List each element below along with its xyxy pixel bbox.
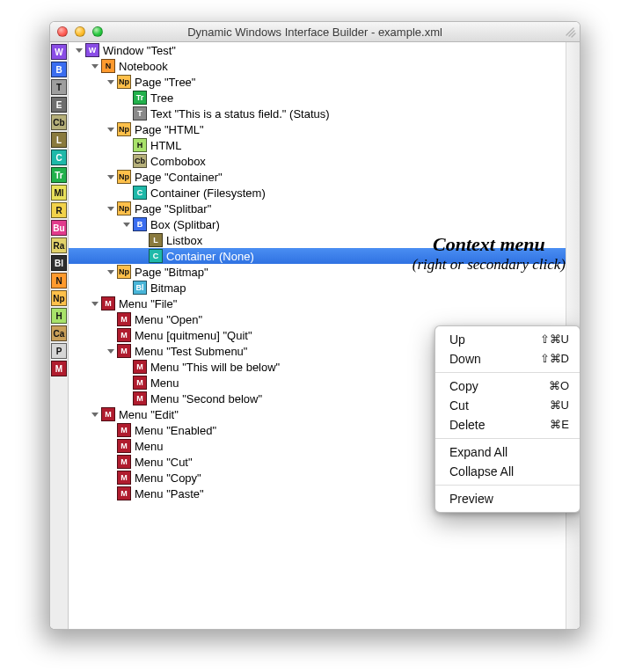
node-icon-m: M — [101, 407, 115, 421]
tree-row[interactable]: TrTree — [69, 90, 580, 106]
tree-row-label: Text "This is a status field." (Status) — [150, 107, 330, 121]
zoom-icon[interactable] — [92, 26, 103, 37]
tool-e[interactable]: E — [51, 97, 67, 113]
context-menu-item-label: Collapse All — [449, 464, 514, 478]
disclosure-icon[interactable] — [90, 298, 100, 309]
tree-row-label: Menu "Cut" — [135, 456, 193, 469]
tool-bl[interactable]: Bl — [51, 255, 67, 271]
context-menu-item-shortcut: ⌘O — [549, 379, 569, 393]
disclosure-icon[interactable] — [74, 45, 84, 55]
disclosure-icon — [121, 393, 132, 404]
disclosure-icon[interactable] — [90, 61, 100, 71]
node-icon-t: T — [133, 106, 147, 121]
tool-c[interactable]: C — [51, 150, 67, 165]
tree-row[interactable]: NNotebook — [69, 58, 580, 74]
tool-p[interactable]: P — [51, 343, 67, 359]
disclosure-icon — [121, 156, 132, 166]
tool-ca[interactable]: Ca — [51, 325, 67, 341]
tree-row-label: Menu "Second below" — [150, 392, 262, 405]
tree-row[interactable]: CContainer (Filesystem) — [69, 185, 580, 201]
node-icon-m: M — [117, 328, 131, 342]
context-menu-item[interactable]: Down⇧⌘D — [435, 349, 580, 369]
tree-row-label: Tree — [150, 91, 173, 105]
tool-bu[interactable]: Bu — [51, 220, 67, 236]
context-menu-item[interactable]: Up⇧⌘U — [435, 330, 580, 349]
node-icon-m: M — [117, 486, 131, 500]
app-window: Dynamic Windows Interface Builder - exam… — [49, 21, 581, 630]
context-menu-item[interactable]: Expand All — [435, 442, 580, 462]
disclosure-icon[interactable] — [106, 203, 116, 214]
disclosure-icon[interactable] — [106, 172, 116, 182]
tool-ml[interactable]: Ml — [51, 185, 67, 201]
close-icon[interactable] — [57, 26, 68, 37]
tool-b[interactable]: B — [51, 62, 67, 77]
context-menu-item[interactable]: Collapse All — [435, 462, 580, 481]
tree-row[interactable]: TText "This is a status field." (Status) — [69, 106, 580, 121]
context-menu[interactable]: Up⇧⌘UDown⇧⌘DCopy⌘OCut⌘UDelete⌘EExpand Al… — [434, 325, 580, 513]
tool-tr[interactable]: Tr — [51, 167, 67, 183]
tree-row-label: Menu "Enabled" — [135, 424, 216, 437]
node-icon-m: M — [133, 360, 147, 374]
annotation-line1: Context menu — [413, 234, 566, 255]
disclosure-icon[interactable] — [90, 409, 100, 420]
tree-row-label: Page "Container" — [135, 171, 223, 184]
node-icon-c: C — [149, 249, 163, 263]
disclosure-icon[interactable] — [106, 267, 116, 277]
tree-row-label: Container (Filesystem) — [150, 186, 266, 200]
disclosure-icon — [121, 140, 132, 150]
annotation-line2: (right or secondary click) — [413, 257, 566, 274]
disclosure-icon — [121, 108, 132, 119]
tree-view[interactable]: WWindow "Test"NNotebookNpPage "Tree"TrTr… — [69, 42, 580, 630]
tool-m[interactable]: M — [51, 361, 67, 376]
tree-row-label: Container (None) — [166, 250, 254, 263]
node-icon-np: Np — [117, 122, 131, 136]
tool-w[interactable]: W — [51, 44, 67, 60]
context-menu-item[interactable]: Cut⌘U — [435, 396, 580, 415]
tool-l[interactable]: L — [51, 132, 67, 148]
tool-r[interactable]: R — [51, 202, 67, 218]
tree-row[interactable]: CbCombobox — [69, 153, 580, 169]
tree-row[interactable]: NpPage "HTML" — [69, 121, 580, 137]
tool-t[interactable]: T — [51, 79, 67, 95]
tree-row-label: Menu "Test Submenu" — [135, 345, 247, 358]
tree-row[interactable]: HHTML — [69, 137, 580, 153]
tool-cb[interactable]: Cb — [51, 114, 67, 130]
context-menu-item[interactable]: Copy⌘O — [435, 376, 580, 396]
disclosure-icon[interactable] — [106, 346, 116, 356]
disclosure-icon — [106, 330, 116, 340]
disclosure-icon — [106, 457, 116, 467]
tree-row[interactable]: BlBitmap — [69, 280, 580, 296]
tree-row[interactable]: BBox (Splitbar) — [69, 216, 580, 232]
context-menu-item[interactable]: Preview — [435, 489, 580, 508]
tree-row[interactable]: NpPage "Container" — [69, 169, 580, 185]
tree-row[interactable]: NpPage "Splitbar" — [69, 201, 580, 216]
tree-row[interactable]: MMenu "File" — [69, 296, 580, 311]
resize-icon[interactable] — [564, 26, 576, 38]
minimize-icon[interactable] — [75, 26, 85, 37]
node-icon-bl: Bl — [133, 281, 147, 295]
context-menu-item-shortcut: ⇧⌘U — [540, 332, 569, 347]
tree-row[interactable]: NpPage "Tree" — [69, 74, 580, 90]
tree-row-label: Menu "Copy" — [135, 471, 201, 485]
disclosure-icon — [106, 441, 116, 451]
node-icon-cb: Cb — [133, 154, 147, 168]
tool-h[interactable]: H — [51, 308, 67, 324]
tree-row[interactable]: WWindow "Test" — [69, 42, 580, 58]
tree-row-label: Window "Test" — [103, 44, 176, 57]
disclosure-icon[interactable] — [106, 124, 116, 135]
tree-row-label: Page "HTML" — [135, 123, 204, 136]
tool-palette: WBTECbLCTrMlRBuRaBlNNpHCaPM — [50, 42, 69, 630]
tool-np[interactable]: Np — [51, 290, 67, 306]
context-menu-item[interactable]: Delete⌘E — [435, 415, 580, 435]
tool-n[interactable]: N — [51, 273, 67, 289]
tree-row-label: Menu — [150, 376, 179, 390]
disclosure-icon[interactable] — [121, 219, 132, 230]
tree-row-label: Box (Splitbar) — [150, 218, 220, 231]
titlebar[interactable]: Dynamic Windows Interface Builder - exam… — [50, 22, 580, 42]
node-icon-np: Np — [117, 265, 131, 279]
tree-row-label: Menu "Open" — [135, 313, 202, 326]
disclosure-icon[interactable] — [106, 77, 116, 87]
tool-ra[interactable]: Ra — [51, 237, 67, 253]
tree-row-label: HTML — [150, 139, 181, 152]
tree-row-label: Listbox — [166, 234, 202, 247]
